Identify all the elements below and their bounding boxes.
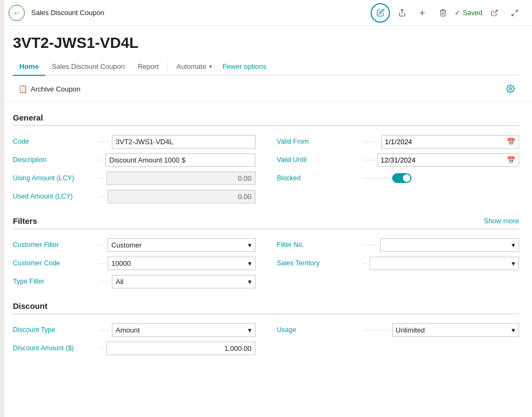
tab-separator bbox=[167, 61, 168, 72]
valid-until-input-wrapper: 📅 bbox=[377, 153, 520, 167]
discount-type-select[interactable]: Amount ▾ bbox=[112, 323, 256, 337]
used-amount-input[interactable] bbox=[108, 190, 256, 203]
valid-until-field-row: Valid Until 📅 bbox=[277, 151, 520, 169]
chevron-icon: ▾ bbox=[512, 241, 515, 249]
chevron-down-icon: ▾ bbox=[209, 63, 212, 69]
add-button[interactable] bbox=[414, 4, 431, 22]
discount-fields-grid: Discount Type Amount ▾ Discount Amount (… bbox=[13, 321, 519, 357]
blocked-toggle[interactable] bbox=[392, 173, 412, 183]
customer-filter-select[interactable]: Customer ▾ bbox=[108, 238, 256, 252]
general-left-col: Code Description Using Amount (LCY bbox=[13, 132, 256, 206]
using-amount-input[interactable] bbox=[107, 172, 256, 185]
app-shell: ← Sales Discount Coupon bbox=[0, 0, 532, 417]
settings-button[interactable] bbox=[502, 80, 519, 97]
saved-status: ✓ Saved bbox=[455, 9, 483, 17]
edit-button[interactable] bbox=[371, 3, 390, 23]
usage-row: Usage Unlimited ▾ bbox=[277, 321, 520, 339]
tab-home[interactable]: Home bbox=[13, 58, 45, 76]
general-fields-grid: Code Description Using Amount (LCY bbox=[13, 132, 519, 206]
sales-territory-row: Sales Territory ▾ bbox=[277, 254, 520, 272]
desc-dots bbox=[99, 160, 103, 160]
discount-right-col: Usage Unlimited ▾ bbox=[277, 321, 520, 357]
customer-filter-label: Customer Filter bbox=[13, 241, 99, 249]
chevron-icon: ▾ bbox=[248, 278, 252, 286]
discount-type-row: Discount Type Amount ▾ bbox=[13, 321, 256, 339]
toggle-knob bbox=[403, 174, 410, 182]
blocked-field-row: Blocked bbox=[277, 169, 520, 187]
code-dots bbox=[99, 142, 110, 142]
used-amount-label: Used Amount (LCY) bbox=[13, 193, 99, 200]
description-input[interactable] bbox=[105, 153, 256, 167]
filter-no-label: Filter No. bbox=[277, 241, 363, 249]
filters-section-header: Filters Show more bbox=[13, 216, 519, 229]
breadcrumb: Sales Discount Coupon bbox=[31, 9, 104, 17]
top-bar: ← Sales Discount Coupon bbox=[0, 0, 532, 26]
valid-from-input-wrapper: 📅 bbox=[381, 135, 520, 149]
sales-territory-select[interactable]: ▾ bbox=[370, 257, 520, 270]
checkmark-icon: ✓ bbox=[455, 9, 460, 17]
discount-amount-row: Discount Amount ($) bbox=[13, 339, 256, 357]
page-content: 3VT2-JWS1-VD4L Home Sales Discount Coupo… bbox=[0, 26, 532, 417]
tab-bar: Home Sales Discount Coupon Report Automa… bbox=[13, 58, 519, 76]
blocked-dots bbox=[363, 178, 390, 179]
page-title: 3VT2-JWS1-VD4L bbox=[13, 34, 519, 52]
general-section-title: General bbox=[13, 113, 519, 126]
discount-left-col: Discount Type Amount ▾ Discount Amount (… bbox=[13, 321, 256, 357]
filters-section-title: Filters bbox=[13, 216, 37, 225]
calendar-icon-valid-until[interactable]: 📅 bbox=[503, 156, 519, 164]
archive-icon: 📋 bbox=[18, 84, 27, 93]
customer-code-label: Customer Code bbox=[13, 259, 99, 267]
discount-section-title: Discount bbox=[13, 301, 519, 314]
discount-section: Discount Discount Type Amount ▾ bbox=[13, 301, 519, 357]
code-label: Code bbox=[13, 138, 99, 145]
usage-select[interactable]: Unlimited ▾ bbox=[392, 323, 520, 337]
tab-sales-discount-coupon[interactable]: Sales Discount Coupon bbox=[45, 58, 131, 76]
page-header: 3VT2-JWS1-VD4L Home Sales Discount Coupo… bbox=[0, 26, 532, 76]
general-right-col: Valid From 📅 Valid Until bbox=[277, 132, 520, 206]
chevron-icon: ▾ bbox=[512, 259, 515, 267]
share-button[interactable] bbox=[393, 4, 410, 22]
valid-from-input[interactable] bbox=[382, 136, 504, 148]
blocked-label: Blocked bbox=[277, 174, 363, 182]
discount-amount-input[interactable] bbox=[107, 342, 256, 355]
form-area: General Code Description bbox=[0, 102, 532, 417]
description-field-row: Description bbox=[13, 151, 256, 169]
svg-point-6 bbox=[509, 88, 512, 90]
description-label: Description bbox=[13, 156, 99, 164]
discount-amount-label: Discount Amount ($) bbox=[13, 344, 99, 352]
top-bar-actions: ✓ Saved bbox=[371, 3, 523, 23]
fewer-options-link[interactable]: Fewer options bbox=[223, 58, 267, 75]
expand-button[interactable] bbox=[506, 4, 523, 22]
valid-until-input[interactable] bbox=[378, 154, 504, 166]
customer-code-row: Customer Code 10000 ▾ bbox=[13, 254, 256, 272]
chevron-icon: ▾ bbox=[512, 326, 515, 334]
used-dots bbox=[99, 196, 105, 197]
usage-label: Usage bbox=[277, 326, 363, 334]
using-amount-label: Using Amount (LCY) bbox=[13, 174, 99, 182]
type-filter-select[interactable]: All ▾ bbox=[112, 275, 256, 288]
open-in-new-button[interactable] bbox=[486, 4, 503, 22]
valid-until-label: Valid Until bbox=[277, 156, 363, 164]
using-amount-field-row: Using Amount (LCY) bbox=[13, 169, 256, 187]
show-more-link[interactable]: Show more bbox=[484, 217, 519, 225]
filter-no-select[interactable]: ▾ bbox=[380, 238, 520, 252]
action-bar: 📋 Archive Coupon bbox=[0, 76, 532, 102]
code-input[interactable] bbox=[112, 135, 256, 149]
customer-code-select[interactable]: 10000 ▾ bbox=[108, 257, 256, 270]
chevron-icon: ▾ bbox=[248, 326, 252, 334]
archive-coupon-button[interactable]: 📋 Archive Coupon bbox=[13, 82, 86, 96]
chevron-icon: ▾ bbox=[248, 241, 252, 249]
tab-report[interactable]: Report bbox=[131, 58, 165, 76]
using-dots bbox=[99, 178, 104, 179]
sales-territory-label: Sales Territory bbox=[277, 259, 363, 267]
svg-line-4 bbox=[515, 10, 517, 12]
filters-section: Filters Show more Customer Filter Custom… bbox=[13, 216, 519, 291]
back-button[interactable]: ← bbox=[9, 5, 25, 21]
calendar-icon-valid-from[interactable]: 📅 bbox=[503, 138, 519, 146]
code-field-row: Code bbox=[13, 132, 256, 151]
general-section: General Code Description bbox=[13, 113, 519, 206]
tab-automate[interactable]: Automate ▾ bbox=[170, 58, 218, 75]
svg-line-5 bbox=[512, 13, 514, 16]
type-filter-label: Type Filter bbox=[13, 278, 99, 285]
delete-button[interactable] bbox=[434, 4, 451, 22]
